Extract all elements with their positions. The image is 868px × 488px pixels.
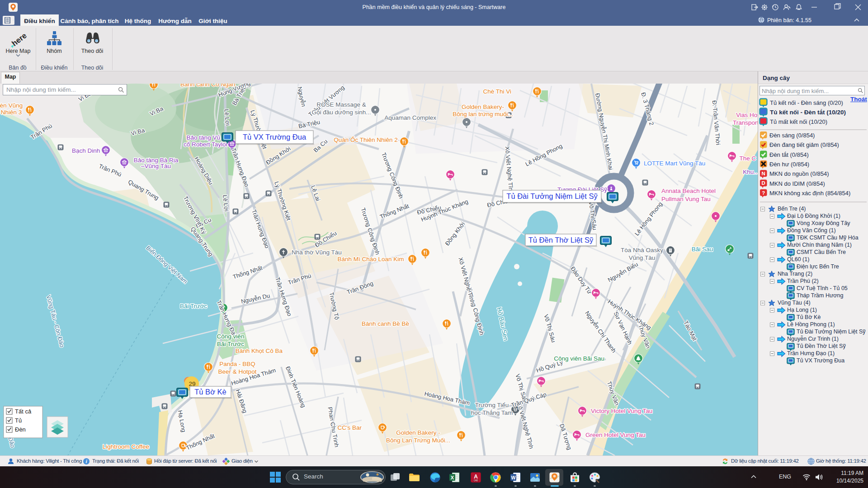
- svg-text:Vũng Tàu: Vũng Tàu: [629, 254, 655, 261]
- svg-text:Tủ Bờ Kè: Tủ Bờ Kè: [194, 388, 226, 396]
- svg-text:Annata Beach Hotel: Annata Beach Hotel: [661, 188, 716, 194]
- svg-text:Beer & Hotpot: Beer & Hotpot: [218, 368, 257, 375]
- svg-text:W: W: [511, 475, 516, 480]
- svg-text:Panda - BBQ: Panda - BBQ: [219, 361, 255, 367]
- svg-text:Lightroom Coffee: Lightroom Coffee: [103, 443, 149, 450]
- svg-text:Green Hotel Vung Tau: Green Hotel Vung Tau: [585, 432, 646, 438]
- svg-text:Tủ VX Trường Đua: Tủ VX Trường Đua: [243, 133, 307, 141]
- svg-text:D: D: [762, 180, 765, 186]
- svg-text:?: ?: [762, 190, 765, 196]
- svg-text:Vias Hotel: Vias Hotel: [736, 112, 758, 118]
- svg-text:Chè Thi Vi: Chè Thi Vi: [483, 88, 511, 95]
- svg-text:Transporta...: Transporta...: [733, 119, 758, 126]
- svg-text:ROSE Massage &: ROSE Massage &: [316, 101, 366, 108]
- svg-text:Golden Bakery-: Golden Bakery-: [462, 103, 504, 110]
- svg-text:Bãi Trước: Bãi Trước: [217, 341, 244, 347]
- svg-text:èn Vũng: èn Vũng: [0, 102, 23, 109]
- svg-text:Bãi Trước: Bãi Trước: [180, 303, 207, 310]
- svg-text:Gội đầu dưỡng sinh...: Gội đầu dưỡng sinh...: [311, 109, 371, 116]
- svg-text:cổ Robert Taylor: cổ Robert Taylor: [184, 141, 228, 148]
- svg-text:The C: The C: [740, 155, 756, 162]
- svg-text:Pullman Vung Tau: Pullman Vung Tau: [661, 196, 711, 202]
- svg-text:Bành canh Cô Ngân: Bành canh Cô Ngân: [180, 84, 236, 88]
- svg-text:Tòa Nhà Oasky: Tòa Nhà Oasky: [621, 247, 663, 253]
- svg-text:Nhiên 3: Nhiên 3: [1, 109, 22, 116]
- svg-text:học Thắng Tam: học Thắng Tam: [471, 409, 513, 416]
- svg-text:Bạch Dinh: Bạch Dinh: [72, 147, 100, 154]
- svg-text:Tủ Đài Tưởng Niệm Liệt Sỹ: Tủ Đài Tưởng Niệm Liệt Sỹ: [506, 192, 598, 200]
- svg-text:Bánh canh Bề Bề: Bánh canh Bề Bề: [362, 320, 409, 327]
- svg-text:Bông Lan Trứng Muối...: Bông Lan Trứng Muối...: [386, 437, 450, 444]
- svg-text:Tủ: Tủ: [15, 417, 22, 424]
- svg-text:Công viên: Công viên: [217, 333, 245, 340]
- svg-text:X: X: [451, 475, 454, 480]
- svg-text:Trường Tiểu: Trường Tiểu: [475, 402, 509, 408]
- svg-text:Victory Hotel Vung Tau: Victory Hotel Vung Tau: [591, 408, 652, 414]
- svg-text:Công viên Bãi Sau: Công viên Bãi Sau: [554, 355, 604, 362]
- svg-text:Nhà thờ Vũng Tàu: Nhà thờ Vũng Tàu: [292, 249, 342, 256]
- svg-text:Quán Ốc Thiên Nhiên 2: Quán Ốc Thiên Nhiên 2: [334, 136, 398, 143]
- svg-text:Lê Lợi: Lê Lợi: [223, 109, 231, 126]
- svg-text:Tủ Đền Thờ Liệt Sỹ: Tủ Đền Thờ Liệt Sỹ: [528, 236, 594, 244]
- svg-text:–Vũng Tàu: –Vũng Tàu: [141, 163, 171, 169]
- svg-text:Bãi Sau: Bãi Sau: [692, 246, 713, 253]
- svg-text:Bánh Khọt Cô Ba: Bánh Khọt Cô Ba: [236, 347, 283, 354]
- svg-text:CC's Bar: CC's Bar: [337, 424, 362, 431]
- svg-text:Bảo tàng Vũ k: Bảo tàng Vũ k: [187, 134, 225, 141]
- svg-text:A: A: [474, 474, 478, 480]
- svg-text:Bánh Mì Cháo Loan Kim: Bánh Mì Cháo Loan Kim: [337, 256, 404, 263]
- svg-text:N: N: [762, 171, 765, 176]
- svg-text:Đèn: Đèn: [15, 426, 26, 433]
- svg-text:Golden Bakery -: Golden Bakery -: [396, 429, 440, 436]
- svg-text:CAD: CAD: [474, 479, 478, 482]
- svg-text:Bông lan trứng muối...: Bông lan trứng muối...: [453, 111, 513, 117]
- svg-text:Tất cả: Tất cả: [15, 408, 32, 415]
- svg-text:LOTTE Mart Vũng Tàu: LOTTE Mart Vũng Tàu: [644, 160, 705, 167]
- svg-text:Aquaman Complex: Aquaman Complex: [384, 114, 436, 121]
- svg-text:Khu...: Khu...: [743, 169, 758, 175]
